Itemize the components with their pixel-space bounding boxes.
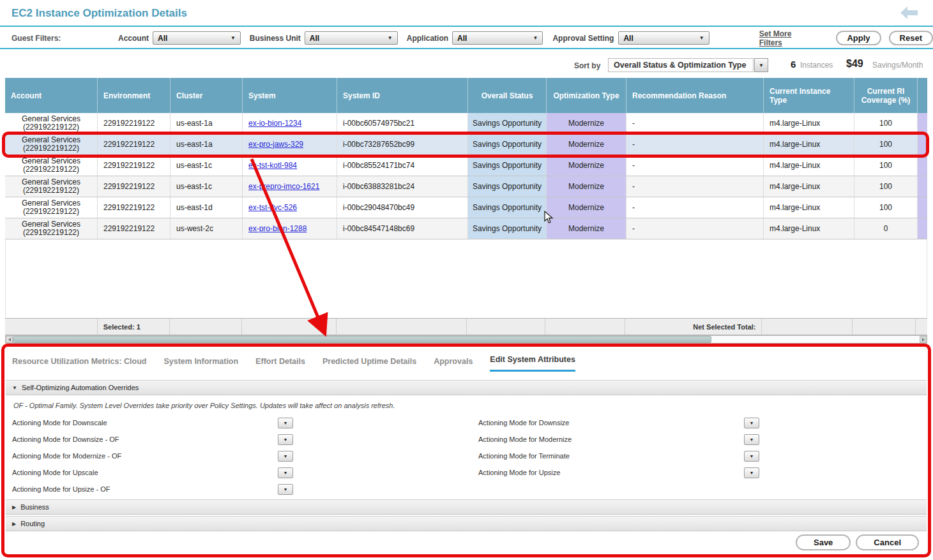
account-filter-select[interactable]: All ▼: [153, 31, 241, 45]
cell-environment: 229192219122: [98, 197, 171, 218]
system-link[interactable]: ec-tst-kotl-984: [248, 161, 297, 170]
table-row[interactable]: General Services(229192219122) 229192219…: [5, 176, 927, 197]
col-header-system[interactable]: System: [243, 78, 337, 113]
system-link[interactable]: ex-pro-jaws-329: [248, 140, 303, 149]
terminate-mode-select[interactable]: ▼: [744, 451, 759, 462]
tab-predicted-uptime-details[interactable]: Predicted Uptime Details: [322, 357, 416, 372]
cell-environment: 229192219122: [98, 176, 171, 197]
cell-sliver: [918, 218, 927, 239]
col-header-current-instance-type[interactable]: Current Instance Type: [764, 78, 854, 113]
panel-buttons: Save Cancel: [796, 534, 919, 550]
sort-select-arrow-button[interactable]: ▼: [754, 58, 768, 72]
sort-select[interactable]: Overall Status & Optimization Type: [608, 58, 754, 72]
cell-sliver: [918, 134, 927, 155]
table-row[interactable]: General Services(229192219122) 229192219…: [5, 218, 927, 239]
triangle-right-icon: ▶: [12, 521, 16, 527]
scrollbar-thumb[interactable]: [13, 336, 711, 343]
ec2-optimization-page: EC2 Instance Optimization Details Guest …: [0, 0, 933, 560]
col-header-cluster[interactable]: Cluster: [171, 78, 243, 113]
cell-sliver: [918, 176, 927, 197]
field-label-terminate: Actioning Mode for Terminate: [478, 452, 570, 460]
horizontal-scrollbar[interactable]: [5, 335, 927, 344]
modernize-of-mode-select[interactable]: ▼: [278, 451, 293, 462]
tab-approvals[interactable]: Approvals: [434, 357, 473, 372]
cell-current-instance-type: m4.large-Linux: [764, 134, 854, 155]
table-row[interactable]: General Services(229192219122) 229192219…: [5, 197, 927, 218]
scroll-right-icon[interactable]: [920, 336, 927, 343]
reset-button[interactable]: Reset: [889, 31, 933, 45]
apply-button[interactable]: Apply: [836, 31, 881, 45]
cell-current-instance-type: m4.large-Linux: [764, 218, 854, 239]
application-filter-select[interactable]: All ▼: [452, 31, 543, 45]
col-header-optimization-type[interactable]: Optimization Type: [547, 78, 626, 113]
cell-current-instance-type: m4.large-Linux: [764, 176, 854, 197]
footer-selected-count: Selected: 1: [98, 319, 171, 335]
section-routing[interactable]: ▶ Routing: [6, 516, 927, 531]
table-row-selected[interactable]: General Services(229192219122) 229192219…: [5, 134, 927, 155]
col-header-account[interactable]: Account: [5, 78, 98, 113]
instance-count: 6: [791, 59, 796, 70]
chevron-down-icon: ▼: [750, 437, 754, 442]
cell-account: General Services(229192219122): [5, 134, 98, 155]
section-business[interactable]: ▶ Business: [6, 499, 927, 515]
triangle-down-icon: ▼: [12, 385, 17, 391]
downscale-mode-select[interactable]: ▼: [278, 418, 293, 428]
back-arrow-icon[interactable]: [900, 5, 919, 23]
cell-ri-coverage: 0: [854, 218, 918, 239]
cell-cluster: us-west-2c: [171, 218, 243, 239]
downsize-mode-select[interactable]: ▼: [744, 418, 759, 428]
system-link[interactable]: ex-pro-bion-1288: [248, 224, 307, 233]
cell-recommendation-reason: -: [626, 218, 764, 239]
tab-edit-system-attributes[interactable]: Edit System Attributes: [490, 355, 575, 372]
cell-system-id: i-00bc29048470bc49: [337, 197, 468, 218]
scroll-left-icon[interactable]: [6, 336, 13, 343]
system-link[interactable]: ex-tst-dvc-526: [248, 203, 297, 212]
set-more-filters-link[interactable]: Set More Filters: [759, 29, 811, 47]
guest-filters-label: Guest Filters:: [11, 34, 61, 43]
col-header-environment[interactable]: Environment: [98, 78, 171, 113]
cell-environment: 229192219122: [98, 134, 171, 155]
system-link[interactable]: ex-io-bion-1234: [248, 119, 301, 128]
tab-system-information[interactable]: System Information: [163, 357, 238, 372]
cancel-button[interactable]: Cancel: [856, 534, 919, 550]
account-filter-value: All: [158, 34, 167, 43]
chevron-down-icon: ▼: [750, 454, 754, 458]
tab-effort-details[interactable]: Effort Details: [255, 357, 305, 372]
chevron-down-icon: ▼: [284, 437, 288, 442]
table-row[interactable]: General Services(229192219122) 229192219…: [5, 113, 927, 134]
cell-current-instance-type: m4.large-Linux: [764, 197, 854, 218]
upsize-of-mode-select[interactable]: ▼: [278, 484, 293, 495]
instances-table: Account Environment Cluster System Syste…: [5, 78, 927, 335]
downsize-of-mode-select[interactable]: ▼: [278, 434, 293, 445]
filter-bar: Guest Filters: Account All ▼ Business Un…: [0, 28, 933, 49]
upscale-mode-select[interactable]: ▼: [278, 467, 293, 478]
cell-system: ex-pro-bion-1288: [243, 218, 337, 239]
system-link[interactable]: ex-prepro-imco-1621: [248, 182, 319, 191]
col-header-recommendation-reason[interactable]: Recommendation Reason: [626, 78, 764, 113]
col-header-overall-status[interactable]: Overall Status: [468, 78, 547, 113]
cell-cluster: us-east-1d: [171, 197, 243, 218]
col-header-system-id[interactable]: System ID: [337, 78, 468, 113]
cell-optimization-type: Modernize: [547, 134, 626, 155]
field-label-downsize-of: Actioning Mode for Downsize - OF: [12, 435, 119, 443]
cell-recommendation-reason: -: [626, 155, 764, 176]
col-header-sliver: [918, 78, 927, 113]
approval-setting-filter-select[interactable]: All ▼: [618, 31, 709, 45]
section-self-optimizing-overrides[interactable]: ▼ Self-Optimizing Automation Overrides: [6, 380, 927, 395]
modernize-mode-select[interactable]: ▼: [744, 434, 759, 445]
cell-account: General Services(229192219122): [5, 197, 98, 218]
cell-current-instance-type: m4.large-Linux: [764, 113, 854, 133]
cell-cluster: us-east-1c: [171, 176, 243, 197]
table-row[interactable]: General Services(229192219122) 229192219…: [5, 155, 927, 176]
section-label: Routing: [20, 520, 45, 527]
col-header-ri-coverage[interactable]: Current RI Coverage (%): [854, 78, 918, 113]
cell-recommendation-reason: -: [626, 134, 764, 155]
upsize-mode-select[interactable]: ▼: [744, 467, 759, 478]
sort-by-label: Sort by: [574, 61, 600, 70]
cell-system-id: i-00bc85524171bc74: [337, 155, 468, 176]
tab-resource-utilization-metrics[interactable]: Resource Utilization Metrics: Cloud: [12, 357, 146, 372]
save-button[interactable]: Save: [796, 534, 851, 550]
business-unit-filter-select[interactable]: All ▼: [305, 31, 398, 45]
cell-recommendation-reason: -: [626, 176, 764, 197]
cell-recommendation-reason: -: [626, 113, 764, 133]
